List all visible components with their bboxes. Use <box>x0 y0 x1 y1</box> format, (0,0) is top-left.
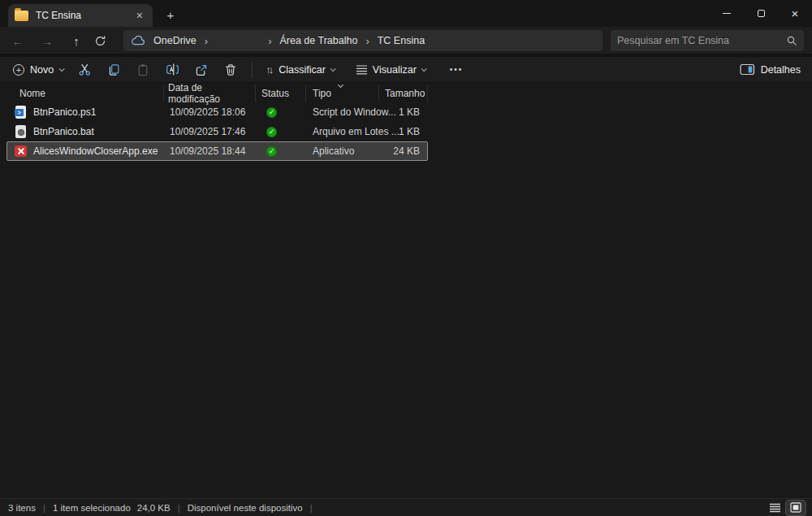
details-pane-icon <box>740 63 755 76</box>
file-modified: 10/09/2025 17:46 <box>164 126 256 137</box>
close-button[interactable]: × <box>778 0 812 27</box>
new-button-label: Novo <box>30 64 54 76</box>
copy-icon <box>107 63 120 76</box>
file-name: BtnPanico.bat <box>33 126 94 137</box>
file-size: 1 KB <box>379 106 423 118</box>
forward-button[interactable]: → <box>36 30 58 51</box>
column-header-status[interactable]: Status <box>256 85 306 102</box>
column-header-type[interactable]: Tipo <box>306 85 379 102</box>
breadcrumb-chevron-icon[interactable]: › <box>361 35 374 47</box>
sort-button[interactable]: ↑↓ Classificar <box>259 59 341 80</box>
refresh-icon <box>94 35 106 47</box>
paste-button[interactable] <box>128 59 158 81</box>
minimize-icon <box>723 13 731 14</box>
column-headers: Nome Data de modificação Status Tipo Tam… <box>6 85 428 102</box>
folder-icon <box>15 11 28 21</box>
minimize-button[interactable] <box>710 0 744 27</box>
file-type: Script do Window... <box>306 106 379 118</box>
status-divider: | <box>43 503 45 513</box>
file-type: Arquivo em Lotes ... <box>306 126 379 137</box>
onedrive-available-icon: ✓ <box>266 107 277 118</box>
scissors-icon <box>78 63 92 76</box>
view-toggle-group <box>765 501 806 515</box>
file-row-btnpanico-bat[interactable]: BtnPanico.bat 10/09/2025 17:46 ✓ Arquivo… <box>6 122 428 141</box>
breadcrumb-chevron-icon[interactable]: › <box>200 35 213 47</box>
maximize-button[interactable] <box>744 0 778 27</box>
breadcrumb-item-onedrive[interactable]: OneDrive <box>150 33 200 48</box>
delete-button[interactable] <box>216 59 245 81</box>
file-name: BtnPanico.ps1 <box>33 106 96 118</box>
view-button-label: Visualizar <box>373 64 417 76</box>
details-pane-button[interactable]: Detalhes <box>740 63 801 76</box>
details-view-toggle-button[interactable] <box>765 501 784 515</box>
share-icon <box>195 63 208 76</box>
thumbnail-view-icon <box>790 502 801 513</box>
red-x-app-icon <box>15 145 27 158</box>
file-row-aliceswindowcloserapp-exe[interactable]: AlicesWindowCloserApp.exe 10/09/2025 18:… <box>6 141 428 161</box>
new-button[interactable]: + Novo <box>13 64 63 76</box>
rename-icon <box>166 63 179 76</box>
more-options-button[interactable]: ••• <box>443 60 470 79</box>
new-tab-button[interactable]: + <box>161 6 180 24</box>
up-button[interactable]: ↑ <box>65 30 88 51</box>
search-icon <box>786 35 797 46</box>
status-divider: | <box>310 503 313 513</box>
selection-size: 24,0 KB <box>137 503 171 513</box>
file-name: AlicesWindowCloserApp.exe <box>33 145 158 157</box>
breadcrumb: OneDrive › › Área de Trabalho › TC Ensin… <box>123 30 603 51</box>
paste-icon <box>136 63 149 76</box>
trash-icon <box>224 63 237 76</box>
status-bar: 3 itens | 1 item selecionado 24,0 KB | D… <box>0 498 812 516</box>
close-icon: × <box>792 7 799 20</box>
onedrive-cloud-icon <box>132 36 145 46</box>
plus-circle-icon: + <box>13 64 24 76</box>
item-count: 3 itens <box>8 503 36 513</box>
column-header-size[interactable]: Tamanho <box>379 85 428 102</box>
search-box <box>611 30 804 51</box>
file-row-btnpanico-ps1[interactable]: > BtnPanico.ps1 10/09/2025 18:06 ✓ Scrip… <box>6 102 428 122</box>
command-toolbar: + Novo <box>0 54 812 83</box>
status-divider: | <box>178 503 180 513</box>
navigation-bar: ← → ↑ OneDrive › › Área de Trabalho › TC… <box>0 27 812 54</box>
explorer-tab[interactable]: TC Ensina × <box>8 4 153 27</box>
availability-status: Disponível neste dispositivo <box>188 503 303 513</box>
chevron-down-icon <box>421 66 426 72</box>
column-header-modified[interactable]: Data de modificação <box>164 85 256 102</box>
sort-arrows-icon: ↑↓ <box>266 63 274 76</box>
file-type: Aplicativo <box>306 145 379 157</box>
view-button[interactable]: Visualizar <box>349 60 432 80</box>
breadcrumb-item-desktop[interactable]: Área de Trabalho <box>276 33 361 48</box>
copy-button[interactable] <box>99 59 128 81</box>
batch-file-icon <box>15 125 27 138</box>
file-size: 24 KB <box>379 145 423 157</box>
sort-button-label: Classificar <box>279 64 326 76</box>
rename-button[interactable] <box>158 59 187 81</box>
column-header-name[interactable]: Nome <box>6 85 164 102</box>
file-explorer-window: TC Ensina × + × ← → ↑ OneDrive <box>0 0 812 516</box>
file-modified: 10/09/2025 18:06 <box>164 106 256 118</box>
tab-close-icon[interactable]: × <box>133 10 146 21</box>
breadcrumb-item-current[interactable]: TC Ensina <box>374 33 428 48</box>
file-size: 1 KB <box>379 126 423 137</box>
breadcrumb-chevron-icon[interactable]: › <box>263 35 276 47</box>
share-button[interactable] <box>187 59 216 81</box>
details-pane-label: Detalhes <box>761 64 801 76</box>
selection-count: 1 item selecionado <box>53 503 131 513</box>
caption-buttons: × <box>710 0 812 27</box>
cut-button[interactable] <box>70 59 99 81</box>
refresh-button[interactable] <box>94 30 117 51</box>
maximize-icon <box>758 10 765 17</box>
tab-title: TC Ensina <box>36 10 133 21</box>
file-action-group <box>70 59 245 81</box>
file-list-pane[interactable]: Nome Data de modificação Status Tipo Tam… <box>0 83 812 498</box>
large-icons-view-toggle-button[interactable] <box>786 501 806 515</box>
back-button[interactable]: ← <box>6 30 29 51</box>
onedrive-available-icon: ✓ <box>266 146 277 157</box>
chevron-down-icon <box>59 66 65 72</box>
powershell-file-icon: > <box>15 106 27 119</box>
list-view-icon <box>769 503 781 513</box>
column-sort-chevron-icon <box>338 82 343 88</box>
toolbar-divider <box>252 62 253 78</box>
file-modified: 10/09/2025 18:44 <box>164 145 256 157</box>
search-input[interactable] <box>617 35 786 46</box>
